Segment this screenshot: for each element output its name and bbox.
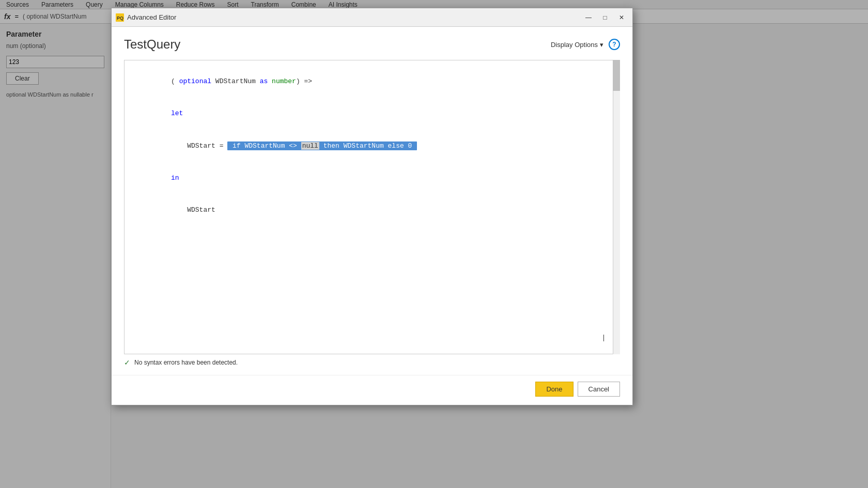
code-line-empty10 (131, 323, 613, 334)
display-options-label: Display Options (551, 41, 598, 49)
code-line-empty12 (131, 345, 613, 354)
code-line-empty9 (131, 312, 613, 323)
code-line-3: WDStart = if WDStartNum <> null then WDS… (131, 130, 613, 162)
maximize-button[interactable]: □ (598, 12, 612, 23)
code-line-empty (131, 227, 613, 238)
code-optional: optional (179, 77, 211, 85)
svg-text:PQ: PQ (117, 15, 123, 21)
dialog-body: TestQuery Display Options ▾ ? ( optional… (112, 27, 632, 375)
code-param: WDStartNum (211, 77, 260, 85)
code-wdstart-value: WDStart (171, 206, 215, 214)
dialog-footer: Done Cancel (112, 375, 632, 405)
code-open-paren: ( (171, 77, 179, 85)
status-check-icon: ✓ (124, 358, 130, 367)
scrollbar-thumb[interactable] (613, 60, 620, 91)
display-options-button[interactable]: Display Options ▾ (551, 41, 603, 49)
code-arrow: ) => (296, 77, 312, 85)
header-right: Display Options ▾ ? (551, 39, 620, 50)
query-title: TestQuery (124, 37, 180, 52)
code-line-empty3 (131, 248, 613, 259)
display-options-arrow-icon: ▾ (600, 41, 603, 49)
code-line-empty6 (131, 280, 613, 291)
scrollbar-track[interactable] (613, 60, 620, 354)
done-button[interactable]: Done (535, 382, 573, 397)
code-line-empty7 (131, 291, 613, 302)
advanced-editor-dialog: PQ Advanced Editor — □ ✕ TestQuery Displ… (111, 8, 633, 405)
code-line-1: ( optional WDStartNum as number) => (131, 66, 613, 98)
code-line-empty4 (131, 259, 613, 270)
code-line-empty5 (131, 270, 613, 280)
code-line-empty8 (131, 302, 613, 313)
help-button[interactable]: ? (609, 39, 620, 50)
code-line-empty11 (131, 334, 613, 345)
code-let: let (171, 109, 183, 117)
code-in: in (171, 174, 179, 182)
minimize-button[interactable]: — (582, 12, 595, 23)
code-line-2: let (131, 98, 613, 130)
status-message: No syntax errors have been detected. (134, 359, 238, 366)
dialog-titlebar: PQ Advanced Editor — □ ✕ (112, 8, 632, 27)
code-line-empty2 (131, 238, 613, 248)
powerquery-icon: PQ (116, 13, 124, 22)
close-button[interactable]: ✕ (615, 12, 628, 23)
code-selected-expression: if WDStartNum <> null then WDStartNum el… (227, 141, 417, 150)
code-editor[interactable]: ( optional WDStartNum as number) => let … (124, 60, 620, 354)
code-as: as (260, 77, 268, 85)
text-cursor (603, 335, 604, 341)
code-wdstart-assign: WDStart = (171, 142, 227, 150)
code-line-5: WDStart (131, 195, 613, 227)
code-editor-wrapper: ( optional WDStartNum as number) => let … (124, 60, 620, 354)
status-bar: ✓ No syntax errors have been detected. (124, 354, 620, 367)
cursor-position (603, 333, 604, 343)
cancel-button[interactable]: Cancel (578, 382, 620, 397)
dialog-header-row: TestQuery Display Options ▾ ? (124, 37, 620, 52)
dialog-title-text: Advanced Editor (127, 13, 579, 21)
code-line-4: in (131, 162, 613, 194)
code-type: number (268, 77, 296, 85)
